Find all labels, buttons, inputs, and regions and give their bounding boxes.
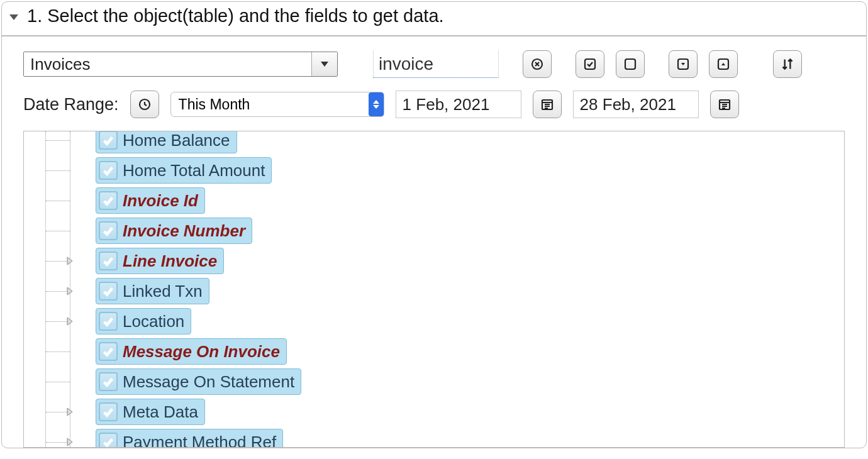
field-node[interactable]: Linked Txn	[45, 276, 844, 306]
step-1-panel: 1. Select the object(table) and the fiel…	[1, 1, 867, 448]
clear-search-button[interactable]	[523, 50, 552, 78]
field-checkbox[interactable]	[99, 282, 118, 301]
field-chip[interactable]: Location	[96, 308, 191, 335]
date-to-input[interactable]	[573, 91, 699, 118]
expander-icon[interactable]	[65, 286, 75, 296]
field-node[interactable]: Message On Invoice	[45, 336, 844, 367]
field-label: Line Invoice	[123, 252, 217, 271]
field-checkbox[interactable]	[99, 191, 118, 210]
field-label: Home Total Amount	[123, 161, 265, 180]
tree-connector	[46, 382, 70, 382]
field-node[interactable]: Invoice Id	[45, 185, 844, 216]
panel-header[interactable]: 1. Select the object(table) and the fiel…	[2, 2, 866, 36]
field-node[interactable]: Payment Method Ref	[45, 427, 844, 448]
date-shortcut-button[interactable]	[130, 91, 159, 118]
field-checkbox[interactable]	[99, 312, 118, 331]
field-node[interactable]: Message On Statement	[45, 367, 844, 397]
clear-icon	[530, 57, 545, 72]
date-preset-select[interactable]	[170, 92, 384, 117]
field-chip[interactable]: Meta Data	[96, 399, 205, 425]
field-checkbox[interactable]	[99, 252, 118, 270]
tree-connector	[46, 140, 70, 141]
field-label: Invoice Id	[123, 191, 198, 211]
object-combo-dropdown-button[interactable]	[312, 52, 337, 76]
date-from-input[interactable]	[396, 91, 521, 118]
calendar-icon	[540, 97, 555, 112]
tree-connector	[46, 170, 70, 171]
field-checkbox[interactable]	[99, 402, 118, 421]
field-checkbox[interactable]	[99, 161, 118, 180]
tree-connector	[46, 231, 70, 231]
expander-icon[interactable]	[65, 407, 75, 417]
field-label: Meta Data	[123, 402, 198, 422]
fields-tree[interactable]: Home BalanceHome Total AmountInvoice IdI…	[23, 131, 845, 448]
field-chip[interactable]: Linked Txn	[96, 278, 209, 304]
date-to-picker-button[interactable]	[710, 91, 739, 118]
sort-button[interactable]	[773, 50, 802, 78]
date-range-label: Date Range:	[23, 95, 119, 114]
object-combo[interactable]: Invoices	[23, 52, 338, 77]
field-node[interactable]: Meta Data	[45, 397, 844, 427]
svg-rect-2	[625, 59, 635, 69]
field-label: Message On Invoice	[123, 342, 280, 362]
row-date-range: Date Range:	[23, 91, 845, 118]
collapse-all-button[interactable]	[709, 50, 738, 78]
row-object-select: Invoices	[23, 50, 845, 78]
field-chip[interactable]: Message On Statement	[96, 368, 301, 395]
field-checkbox[interactable]	[99, 372, 118, 391]
field-chip[interactable]: Line Invoice	[96, 248, 224, 274]
sort-icon	[779, 56, 796, 72]
uncheck-all-button[interactable]	[616, 50, 645, 78]
field-chip[interactable]: Invoice Number	[96, 218, 252, 244]
field-checkbox[interactable]	[99, 221, 118, 240]
field-label: Linked Txn	[123, 282, 203, 301]
field-chip[interactable]: Message On Invoice	[96, 338, 287, 365]
field-node[interactable]: Location	[45, 306, 844, 336]
check-all-button[interactable]	[576, 50, 604, 78]
chevron-down-icon	[321, 62, 328, 67]
expander-icon[interactable]	[65, 316, 75, 326]
field-label: Invoice Number	[123, 221, 245, 241]
field-search-input[interactable]	[373, 50, 499, 78]
calendar-icon	[717, 97, 732, 112]
field-label: Message On Statement	[123, 372, 294, 392]
field-checkbox[interactable]	[99, 433, 118, 448]
collapse-all-icon	[716, 57, 731, 72]
tree-connector	[46, 351, 70, 352]
field-node[interactable]: Home Total Amount	[45, 155, 844, 185]
expand-all-button[interactable]	[669, 50, 698, 78]
check-all-icon	[582, 57, 598, 72]
field-label: Home Balance	[123, 131, 230, 150]
field-node[interactable]: Line Invoice	[45, 246, 844, 276]
field-node[interactable]: Home Balance	[45, 131, 844, 155]
panel-body: Invoices	[2, 36, 866, 448]
field-chip[interactable]: Invoice Id	[96, 187, 205, 214]
field-label: Location	[123, 312, 184, 331]
field-node[interactable]: Invoice Number	[45, 216, 844, 246]
svg-rect-1	[585, 59, 595, 69]
date-preset-select-wrap	[170, 92, 384, 117]
expander-icon[interactable]	[65, 256, 75, 266]
tree-connector	[46, 201, 70, 201]
field-checkbox[interactable]	[99, 342, 118, 361]
disclosure-triangle-icon[interactable]	[9, 14, 18, 20]
object-combo-value: Invoices	[24, 52, 312, 76]
clock-icon	[137, 97, 152, 112]
select-stepper-icon[interactable]	[369, 92, 384, 116]
date-from-picker-button[interactable]	[533, 91, 562, 118]
uncheck-all-icon	[623, 57, 638, 72]
field-chip[interactable]: Home Balance	[96, 131, 237, 153]
expander-icon[interactable]	[65, 437, 75, 447]
field-chip[interactable]: Payment Method Ref	[96, 429, 283, 448]
field-chip[interactable]: Home Total Amount	[96, 157, 272, 184]
field-label: Payment Method Ref	[123, 433, 276, 448]
panel-title: 1. Select the object(table) and the fiel…	[27, 6, 444, 26]
field-checkbox[interactable]	[99, 131, 118, 150]
expand-all-icon	[676, 57, 691, 72]
